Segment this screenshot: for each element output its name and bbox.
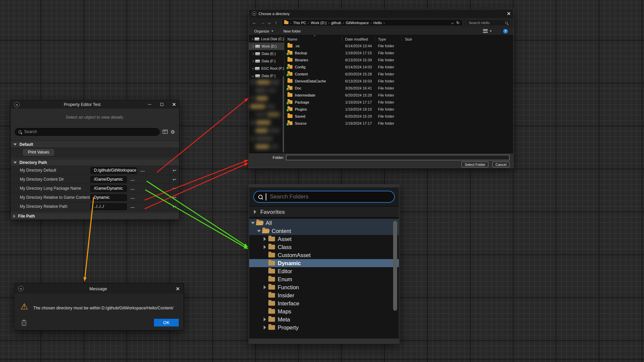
property-value-field[interactable]: /Game/Dynamic	[91, 185, 127, 192]
file-row[interactable]: Saved 6/20/2024 15:29 File folder	[284, 113, 513, 120]
file-row[interactable]: DerivedDataCache 6/13/2024 16:03 File fo…	[284, 77, 513, 84]
breadcrumb-gitworkspace[interactable]: GitWorkspace	[346, 21, 369, 25]
file-row[interactable]: .vs 6/14/2024 13:44 File folder	[284, 42, 513, 49]
expand-arrow-icon[interactable]	[264, 325, 266, 329]
collapse-arrow-icon[interactable]	[251, 222, 255, 224]
folder-name-input[interactable]	[286, 155, 509, 160]
refresh-icon[interactable]: ↻	[455, 20, 461, 25]
select-folder-button[interactable]: Select Folder	[462, 162, 488, 167]
expand-arrow-icon[interactable]	[264, 245, 266, 249]
browse-directory-button[interactable]: ...	[130, 204, 135, 209]
expand-chevron-icon[interactable]	[252, 45, 254, 47]
reset-to-default-button[interactable]: ↩	[169, 184, 179, 193]
column-header-name[interactable]: Name ^	[284, 37, 342, 42]
details-search-input[interactable]: Search	[15, 128, 160, 136]
reset-to-default-button[interactable]: ↩	[169, 193, 179, 202]
file-row[interactable]: Content 6/20/2024 15:28 File folder	[284, 70, 513, 77]
column-header-size[interactable]: Size	[402, 37, 411, 42]
tree-item-maps[interactable]: Maps	[249, 307, 399, 315]
search-folders-input[interactable]: Search Folders	[253, 191, 395, 203]
maximize-button[interactable]	[157, 100, 166, 109]
column-header-date-modified[interactable]: Date modified	[342, 37, 375, 42]
message-titlebar[interactable]: u Message	[14, 284, 183, 294]
property-value-field[interactable]: ../../../	[91, 203, 127, 210]
column-header-type[interactable]: Type	[375, 37, 402, 42]
browse-directory-button[interactable]: ...	[130, 186, 135, 191]
expand-arrow-icon[interactable]	[264, 237, 266, 241]
file-row[interactable]: Source 1/19/2024 17:17 File folder	[284, 120, 513, 127]
ok-button[interactable]: OK	[154, 319, 179, 326]
browse-directory-button[interactable]: ...	[141, 168, 145, 173]
browse-directory-button[interactable]: ...	[130, 195, 135, 200]
sidebar-item-egc-root-p[interactable]: EGC Root (P:)	[249, 65, 284, 72]
file-row[interactable]: Config 6/14/2024 14:03 File folder	[284, 63, 513, 70]
breadcrumb-hello[interactable]: Hello	[373, 21, 382, 25]
expand-chevron-icon[interactable]	[252, 60, 254, 62]
display-settings-icon[interactable]	[163, 130, 168, 134]
file-row[interactable]: Doc 3/26/2024 16:41 File folder	[284, 84, 513, 92]
sidebar-item-work-d[interactable]: Work (D:)	[249, 43, 284, 50]
tree-item-meta[interactable]: Meta	[249, 315, 399, 323]
reset-to-default-button[interactable]: ↩	[169, 202, 179, 211]
organize-button[interactable]: Organize	[254, 29, 269, 33]
dialog-search-input[interactable]: Search Hello	[466, 19, 511, 26]
breadcrumb-github[interactable]: github	[331, 21, 341, 25]
file-row[interactable]: Backup 1/19/2024 17:15 File folder	[284, 49, 513, 56]
file-row[interactable]: Binaries 6/13/2024 15:39 File folder	[284, 56, 513, 63]
browse-directory-button[interactable]: ...	[130, 177, 135, 182]
tree-item-content[interactable]: Content	[249, 227, 399, 235]
forward-button[interactable]: →	[260, 20, 265, 25]
expand-chevron-icon[interactable]	[252, 52, 254, 55]
section-header-file-path[interactable]: File Path	[11, 213, 179, 220]
expand-arrow-icon[interactable]	[264, 317, 266, 321]
new-folder-button[interactable]: New folder	[283, 29, 301, 33]
up-button[interactable]: ↑	[273, 20, 279, 25]
back-button[interactable]: ←	[252, 20, 257, 25]
section-header-directory-path[interactable]: Directory Path	[11, 159, 179, 166]
breadcrumb-work-d[interactable]: Work (D:)	[311, 21, 326, 25]
sidebar-item-data-e[interactable]: Data (E:)	[249, 50, 284, 57]
help-icon[interactable]: ?	[503, 29, 508, 34]
close-button[interactable]	[169, 100, 178, 109]
section-header-default[interactable]: Default	[11, 141, 179, 148]
sidebar-item-data-f[interactable]: Data (F:)	[249, 57, 284, 65]
expand-arrow-icon[interactable]	[264, 285, 266, 289]
tree-scrollbar[interactable]	[393, 221, 397, 311]
reset-to-default-button[interactable]: ↩	[169, 175, 179, 184]
breadcrumb-this-pc[interactable]: This PC	[293, 21, 306, 25]
property-editor-titlebar[interactable]: u Property Editor Test	[11, 100, 179, 109]
tree-item-property[interactable]: Property	[249, 323, 399, 331]
settings-gear-icon[interactable]: ⚙	[171, 129, 175, 134]
print-values-button[interactable]: Print Values	[23, 149, 54, 156]
view-mode-dropdown-icon[interactable]	[490, 31, 492, 32]
cancel-button[interactable]: Cancel	[492, 162, 509, 167]
copy-to-clipboard-icon[interactable]	[22, 320, 26, 326]
sidebar-item-local-disk-c[interactable]: Local Disk (C:)	[249, 35, 284, 43]
expand-chevron-icon[interactable]	[252, 67, 254, 70]
tree-item-class[interactable]: Class	[249, 243, 399, 251]
address-bar[interactable]: › This PC › Work (D:) › github › GitWork…	[282, 19, 463, 26]
favorites-section-header[interactable]: Favorites	[249, 206, 399, 218]
address-dropdown-chevron-icon[interactable]	[451, 21, 454, 24]
tree-item-enum[interactable]: Enum	[249, 275, 399, 283]
collapse-chevron-icon[interactable]	[252, 74, 254, 77]
dialog-titlebar[interactable]: u Choose a directory	[249, 9, 513, 18]
recent-locations-chevron-icon[interactable]	[268, 21, 271, 24]
file-row[interactable]: Plugins 1/19/2024 19:10 File folder	[284, 106, 513, 113]
tree-item-dynamic-selected[interactable]: Dynamic	[249, 259, 399, 267]
tree-item-editor[interactable]: Editor	[249, 267, 399, 275]
tree-item-insider[interactable]: Insider	[249, 291, 399, 299]
property-value-field[interactable]: /Game/Dynamic	[91, 176, 127, 183]
sidebar-scrollbar[interactable]	[283, 76, 284, 153]
reset-to-default-button[interactable]: ↩	[169, 166, 179, 175]
view-mode-icon[interactable]	[483, 29, 488, 33]
close-button[interactable]	[504, 9, 513, 18]
tree-item-function[interactable]: Function	[249, 283, 399, 291]
file-row[interactable]: Package 1/19/2024 17:17 File folder	[284, 99, 513, 106]
tree-item-asset[interactable]: Asset	[249, 235, 399, 243]
property-value-field[interactable]: D:/github/GitWorkspace	[91, 167, 137, 174]
tree-item-all[interactable]: All	[249, 219, 399, 227]
minimize-button[interactable]	[145, 100, 154, 109]
collapse-arrow-icon[interactable]	[257, 230, 261, 232]
tree-item-customasset[interactable]: CustomAsset	[249, 251, 399, 259]
